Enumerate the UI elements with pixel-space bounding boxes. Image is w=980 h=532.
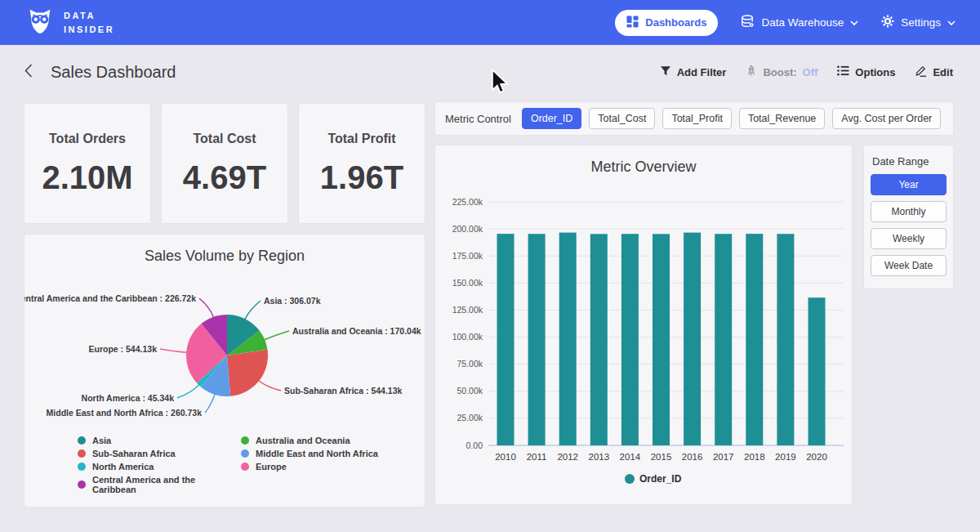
kpi-value: 2.10M bbox=[42, 159, 132, 196]
add-filter-button[interactable]: Add Filter bbox=[660, 65, 727, 79]
legend-dot-icon bbox=[78, 449, 86, 458]
bar-2016[interactable] bbox=[684, 233, 701, 445]
legend-item[interactable]: Middle East and North Africa bbox=[241, 449, 378, 458]
kpi-label: Total Profit bbox=[327, 132, 395, 146]
pie-slice-label: Sub-Saharan Africa : 544.13k bbox=[284, 386, 402, 396]
pie-legend: AsiaAustralia and OceaniaSub-Saharan Afr… bbox=[78, 436, 378, 494]
bar-legend-label[interactable]: Order_ID bbox=[639, 473, 682, 485]
pie-slice-label: Australia and Oceania : 170.04k bbox=[292, 326, 421, 336]
x-tick-label: 2012 bbox=[557, 452, 578, 462]
y-tick-label: 50.00k bbox=[457, 386, 483, 396]
kpi-value: 1.96T bbox=[320, 159, 403, 196]
date-range-year[interactable]: Year bbox=[871, 174, 947, 195]
gear-icon bbox=[881, 15, 894, 30]
y-tick-label: 0.00 bbox=[466, 440, 483, 450]
bar-2020[interactable] bbox=[808, 297, 826, 445]
bar-chart-title: Metric Overview bbox=[435, 145, 852, 176]
nav-settings[interactable]: Settings bbox=[881, 15, 956, 30]
metric-chip-order-id[interactable]: Order_ID bbox=[522, 108, 581, 129]
bar-2010[interactable] bbox=[497, 234, 514, 445]
kpi-label: Total Orders bbox=[49, 132, 126, 146]
y-tick-label: 200.00k bbox=[452, 224, 483, 234]
pie-chart: Asia : 306.07kAustralia and Oceania : 17… bbox=[24, 270, 425, 430]
boost-state: Off bbox=[803, 66, 818, 78]
kpi-value: 4.69T bbox=[183, 159, 266, 196]
date-range-monthly[interactable]: Monthly bbox=[871, 201, 947, 222]
pie-leader-line bbox=[245, 301, 261, 320]
back-button[interactable] bbox=[24, 64, 33, 81]
metric-chip-total-cost[interactable]: Total_Cost bbox=[589, 108, 655, 129]
bar-2019[interactable] bbox=[777, 234, 794, 445]
legend-item[interactable]: Sub-Saharan Africa bbox=[78, 449, 241, 458]
brand-logo[interactable]: DATA INSIDER bbox=[24, 6, 114, 40]
sales-dashboard-app: DATA INSIDER Dashboards bbox=[0, 0, 980, 532]
pie-slice-label: Middle East and North Africa : 260.73k bbox=[47, 408, 203, 418]
metric-chip-total-revenue[interactable]: Total_Revenue bbox=[739, 108, 825, 129]
metric-chip-total-profit[interactable]: Total_Profit bbox=[662, 108, 732, 129]
legend-item[interactable]: Central America and the Caribbean bbox=[78, 475, 241, 494]
legend-label: Europe bbox=[256, 462, 287, 472]
pie-leader-line bbox=[177, 384, 199, 398]
legend-dot-icon bbox=[78, 436, 86, 445]
metric-control-bar: Metric Control Order_IDTotal_CostTotal_P… bbox=[435, 102, 953, 135]
y-tick-label: 75.00k bbox=[457, 359, 483, 369]
edit-button[interactable]: Edit bbox=[915, 65, 953, 79]
pie-slice-label: Asia : 306.07k bbox=[264, 296, 321, 306]
legend-dot-icon bbox=[78, 481, 86, 489]
top-navbar: DATA INSIDER Dashboards bbox=[0, 0, 980, 45]
rocket-icon bbox=[746, 65, 757, 79]
date-range-weekly[interactable]: Weekly bbox=[871, 228, 947, 249]
filter-funnel-icon bbox=[660, 65, 671, 79]
y-tick-label: 125.00k bbox=[452, 305, 483, 315]
bar-2012[interactable] bbox=[559, 233, 577, 445]
metric-overview-card: Metric Overview 0.0025.00k50.00k75.00k10… bbox=[435, 145, 852, 504]
legend-label: Middle East and North Africa bbox=[256, 449, 378, 458]
pie-leader-line bbox=[258, 381, 281, 391]
pie-leader-line bbox=[199, 298, 214, 318]
x-tick-label: 2016 bbox=[682, 452, 703, 462]
boost-toggle[interactable]: Boost: Off bbox=[746, 65, 817, 79]
pie-slice-2[interactable] bbox=[227, 350, 268, 396]
nav-settings-label: Settings bbox=[901, 16, 941, 29]
legend-dot-icon bbox=[241, 463, 249, 471]
database-icon bbox=[741, 15, 755, 31]
boost-label: Boost: bbox=[763, 66, 796, 78]
options-button[interactable]: Options bbox=[837, 65, 895, 78]
bar-legend-dot-icon bbox=[625, 474, 635, 484]
metric-control-label: Metric Control bbox=[445, 113, 511, 125]
pencil-icon bbox=[915, 65, 927, 79]
nav-data-warehouse[interactable]: Data Warehouse bbox=[741, 15, 858, 31]
x-tick-label: 2017 bbox=[713, 452, 734, 462]
legend-dot-icon bbox=[241, 436, 249, 445]
bar-2013[interactable] bbox=[590, 234, 608, 445]
legend-item[interactable]: Australia and Oceania bbox=[241, 436, 378, 445]
y-tick-label: 225.00k bbox=[452, 197, 483, 207]
metric-chip-avg-cost-per-order[interactable]: Avg. Cost per Order bbox=[832, 108, 941, 129]
edit-label: Edit bbox=[933, 66, 953, 78]
metric-control-options: Order_IDTotal_CostTotal_ProfitTotal_Reve… bbox=[522, 108, 941, 129]
legend-item[interactable]: Asia bbox=[78, 436, 241, 445]
legend-item[interactable]: North America bbox=[78, 462, 241, 472]
legend-label: Central America and the Caribbean bbox=[92, 475, 241, 494]
kpi-label: Total Cost bbox=[193, 132, 256, 146]
bar-2018[interactable] bbox=[746, 234, 763, 445]
sales-volume-by-region-card: Sales Volume by Region Asia : 306.07kAus… bbox=[24, 235, 425, 507]
nav-dashboards-button[interactable]: Dashboards bbox=[615, 10, 718, 36]
x-tick-label: 2018 bbox=[744, 452, 765, 462]
x-tick-label: 2011 bbox=[527, 452, 547, 462]
options-label: Options bbox=[855, 66, 895, 78]
date-range-week-date[interactable]: Week Date bbox=[871, 255, 947, 276]
date-range-label: Date Range bbox=[872, 155, 947, 168]
brand-line1: DATA bbox=[64, 9, 114, 23]
bar-2017[interactable] bbox=[715, 234, 732, 445]
y-tick-label: 25.00k bbox=[457, 413, 483, 422]
date-range-panel: Date Range YearMonthlyWeeklyWeek Date bbox=[864, 145, 953, 288]
kpi-card: Total Profit1.96T bbox=[299, 104, 425, 223]
bar-2011[interactable] bbox=[528, 234, 546, 445]
nav-dashboards-label: Dashboards bbox=[645, 16, 706, 29]
bar-2015[interactable] bbox=[653, 234, 670, 445]
legend-item[interactable]: Europe bbox=[241, 462, 378, 472]
bar-2014[interactable] bbox=[621, 234, 639, 445]
kpi-card: Total Orders2.10M bbox=[24, 104, 150, 223]
chevron-down-icon bbox=[850, 16, 858, 29]
